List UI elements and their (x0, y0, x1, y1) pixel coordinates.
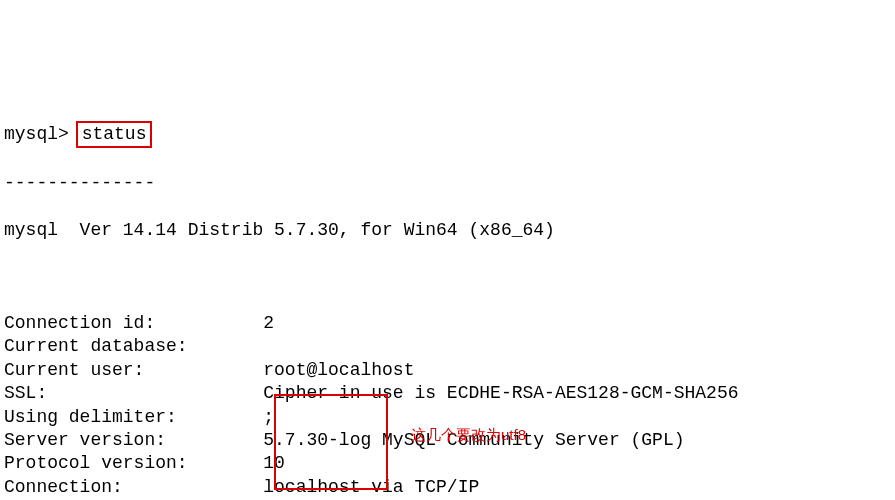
status-row: Server version: 5.7.30-log MySQL Communi… (4, 429, 891, 452)
separator-dashes: -------------- (4, 172, 891, 195)
status-row: Connection: localhost via TCP/IP (4, 476, 891, 499)
prompt-line: mysql> status (4, 121, 891, 148)
status-row: Protocol version: 10 (4, 452, 891, 475)
status-row: Current database: (4, 335, 891, 358)
prompt: mysql> (4, 124, 69, 144)
status-row: Connection id: 2 (4, 312, 891, 335)
blank-line (4, 265, 891, 288)
terminal-output: mysql> status -------------- mysql Ver 1… (4, 98, 891, 500)
status-row: Using delimiter: ; (4, 406, 891, 429)
status-row: Current user: root@localhost (4, 359, 891, 382)
command-text: status (82, 124, 147, 144)
status-row: SSL: Cipher in use is ECDHE-RSA-AES128-G… (4, 382, 891, 405)
version-line: mysql Ver 14.14 Distrib 5.7.30, for Win6… (4, 219, 891, 242)
command-highlight: status (76, 121, 153, 148)
